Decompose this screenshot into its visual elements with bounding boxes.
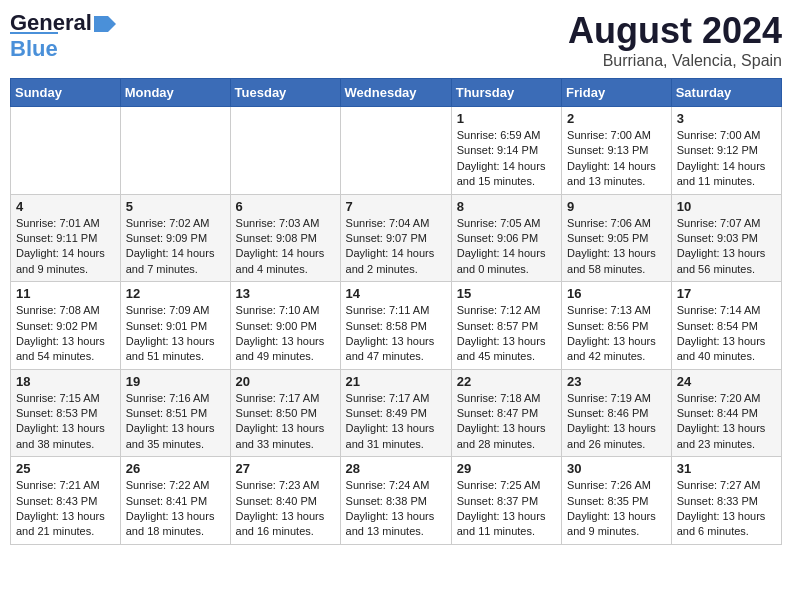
calendar-cell: 8Sunrise: 7:05 AM Sunset: 9:06 PM Daylig… <box>451 194 561 282</box>
cell-content: Sunrise: 7:14 AM Sunset: 8:54 PM Dayligh… <box>677 303 776 365</box>
logo-blue: Blue <box>10 32 58 61</box>
cell-content: Sunrise: 7:00 AM Sunset: 9:12 PM Dayligh… <box>677 128 776 190</box>
calendar-cell: 9Sunrise: 7:06 AM Sunset: 9:05 PM Daylig… <box>562 194 672 282</box>
day-number: 21 <box>346 374 446 389</box>
cell-content: Sunrise: 7:03 AM Sunset: 9:08 PM Dayligh… <box>236 216 335 278</box>
weekday-header-saturday: Saturday <box>671 79 781 107</box>
week-row-3: 11Sunrise: 7:08 AM Sunset: 9:02 PM Dayli… <box>11 282 782 370</box>
day-number: 22 <box>457 374 556 389</box>
calendar-cell: 22Sunrise: 7:18 AM Sunset: 8:47 PM Dayli… <box>451 369 561 457</box>
calendar-cell: 31Sunrise: 7:27 AM Sunset: 8:33 PM Dayli… <box>671 457 781 545</box>
cell-content: Sunrise: 7:07 AM Sunset: 9:03 PM Dayligh… <box>677 216 776 278</box>
calendar-title: August 2024 <box>568 10 782 52</box>
weekday-header-wednesday: Wednesday <box>340 79 451 107</box>
cell-content: Sunrise: 7:21 AM Sunset: 8:43 PM Dayligh… <box>16 478 115 540</box>
day-number: 17 <box>677 286 776 301</box>
cell-content: Sunrise: 7:19 AM Sunset: 8:46 PM Dayligh… <box>567 391 666 453</box>
cell-content: Sunrise: 7:20 AM Sunset: 8:44 PM Dayligh… <box>677 391 776 453</box>
calendar-cell: 26Sunrise: 7:22 AM Sunset: 8:41 PM Dayli… <box>120 457 230 545</box>
cell-content: Sunrise: 7:18 AM Sunset: 8:47 PM Dayligh… <box>457 391 556 453</box>
calendar-body: 1Sunrise: 6:59 AM Sunset: 9:14 PM Daylig… <box>11 107 782 545</box>
cell-content: Sunrise: 7:22 AM Sunset: 8:41 PM Dayligh… <box>126 478 225 540</box>
cell-content: Sunrise: 7:15 AM Sunset: 8:53 PM Dayligh… <box>16 391 115 453</box>
day-number: 27 <box>236 461 335 476</box>
weekday-header-tuesday: Tuesday <box>230 79 340 107</box>
weekday-header-sunday: Sunday <box>11 79 121 107</box>
calendar-cell: 11Sunrise: 7:08 AM Sunset: 9:02 PM Dayli… <box>11 282 121 370</box>
day-number: 16 <box>567 286 666 301</box>
day-number: 24 <box>677 374 776 389</box>
cell-content: Sunrise: 7:23 AM Sunset: 8:40 PM Dayligh… <box>236 478 335 540</box>
day-number: 4 <box>16 199 115 214</box>
weekday-header-monday: Monday <box>120 79 230 107</box>
day-number: 25 <box>16 461 115 476</box>
page-header: General Blue August 2024 Burriana, Valen… <box>10 10 782 70</box>
day-number: 29 <box>457 461 556 476</box>
calendar-cell: 5Sunrise: 7:02 AM Sunset: 9:09 PM Daylig… <box>120 194 230 282</box>
calendar-cell: 20Sunrise: 7:17 AM Sunset: 8:50 PM Dayli… <box>230 369 340 457</box>
cell-content: Sunrise: 7:10 AM Sunset: 9:00 PM Dayligh… <box>236 303 335 365</box>
cell-content: Sunrise: 7:02 AM Sunset: 9:09 PM Dayligh… <box>126 216 225 278</box>
day-number: 13 <box>236 286 335 301</box>
day-number: 15 <box>457 286 556 301</box>
calendar-cell <box>11 107 121 195</box>
logo: General Blue <box>10 10 116 62</box>
day-number: 14 <box>346 286 446 301</box>
day-number: 18 <box>16 374 115 389</box>
calendar-cell: 12Sunrise: 7:09 AM Sunset: 9:01 PM Dayli… <box>120 282 230 370</box>
cell-content: Sunrise: 7:24 AM Sunset: 8:38 PM Dayligh… <box>346 478 446 540</box>
day-number: 12 <box>126 286 225 301</box>
cell-content: Sunrise: 7:26 AM Sunset: 8:35 PM Dayligh… <box>567 478 666 540</box>
calendar-cell: 30Sunrise: 7:26 AM Sunset: 8:35 PM Dayli… <box>562 457 672 545</box>
day-number: 31 <box>677 461 776 476</box>
week-row-2: 4Sunrise: 7:01 AM Sunset: 9:11 PM Daylig… <box>11 194 782 282</box>
cell-content: Sunrise: 7:12 AM Sunset: 8:57 PM Dayligh… <box>457 303 556 365</box>
cell-content: Sunrise: 6:59 AM Sunset: 9:14 PM Dayligh… <box>457 128 556 190</box>
calendar-cell <box>120 107 230 195</box>
day-number: 2 <box>567 111 666 126</box>
weekday-header-thursday: Thursday <box>451 79 561 107</box>
day-number: 30 <box>567 461 666 476</box>
calendar-cell: 23Sunrise: 7:19 AM Sunset: 8:46 PM Dayli… <box>562 369 672 457</box>
calendar-cell: 15Sunrise: 7:12 AM Sunset: 8:57 PM Dayli… <box>451 282 561 370</box>
cell-content: Sunrise: 7:05 AM Sunset: 9:06 PM Dayligh… <box>457 216 556 278</box>
day-number: 11 <box>16 286 115 301</box>
calendar-subtitle: Burriana, Valencia, Spain <box>568 52 782 70</box>
day-number: 10 <box>677 199 776 214</box>
cell-content: Sunrise: 7:01 AM Sunset: 9:11 PM Dayligh… <box>16 216 115 278</box>
week-row-4: 18Sunrise: 7:15 AM Sunset: 8:53 PM Dayli… <box>11 369 782 457</box>
calendar-cell: 4Sunrise: 7:01 AM Sunset: 9:11 PM Daylig… <box>11 194 121 282</box>
calendar-cell: 10Sunrise: 7:07 AM Sunset: 9:03 PM Dayli… <box>671 194 781 282</box>
week-row-1: 1Sunrise: 6:59 AM Sunset: 9:14 PM Daylig… <box>11 107 782 195</box>
day-number: 20 <box>236 374 335 389</box>
calendar-cell: 3Sunrise: 7:00 AM Sunset: 9:12 PM Daylig… <box>671 107 781 195</box>
calendar-cell: 19Sunrise: 7:16 AM Sunset: 8:51 PM Dayli… <box>120 369 230 457</box>
calendar-cell: 13Sunrise: 7:10 AM Sunset: 9:00 PM Dayli… <box>230 282 340 370</box>
calendar-cell: 16Sunrise: 7:13 AM Sunset: 8:56 PM Dayli… <box>562 282 672 370</box>
week-row-5: 25Sunrise: 7:21 AM Sunset: 8:43 PM Dayli… <box>11 457 782 545</box>
day-number: 28 <box>346 461 446 476</box>
calendar-cell: 25Sunrise: 7:21 AM Sunset: 8:43 PM Dayli… <box>11 457 121 545</box>
day-number: 26 <box>126 461 225 476</box>
calendar-cell: 21Sunrise: 7:17 AM Sunset: 8:49 PM Dayli… <box>340 369 451 457</box>
calendar-table: SundayMondayTuesdayWednesdayThursdayFrid… <box>10 78 782 545</box>
weekday-header-row: SundayMondayTuesdayWednesdayThursdayFrid… <box>11 79 782 107</box>
cell-content: Sunrise: 7:27 AM Sunset: 8:33 PM Dayligh… <box>677 478 776 540</box>
calendar-cell: 14Sunrise: 7:11 AM Sunset: 8:58 PM Dayli… <box>340 282 451 370</box>
calendar-cell: 29Sunrise: 7:25 AM Sunset: 8:37 PM Dayli… <box>451 457 561 545</box>
cell-content: Sunrise: 7:16 AM Sunset: 8:51 PM Dayligh… <box>126 391 225 453</box>
cell-content: Sunrise: 7:11 AM Sunset: 8:58 PM Dayligh… <box>346 303 446 365</box>
calendar-cell: 6Sunrise: 7:03 AM Sunset: 9:08 PM Daylig… <box>230 194 340 282</box>
day-number: 7 <box>346 199 446 214</box>
cell-content: Sunrise: 7:17 AM Sunset: 8:50 PM Dayligh… <box>236 391 335 453</box>
cell-content: Sunrise: 7:09 AM Sunset: 9:01 PM Dayligh… <box>126 303 225 365</box>
day-number: 19 <box>126 374 225 389</box>
logo-arrow-icon <box>94 16 116 32</box>
cell-content: Sunrise: 7:13 AM Sunset: 8:56 PM Dayligh… <box>567 303 666 365</box>
day-number: 8 <box>457 199 556 214</box>
calendar-title-area: August 2024 Burriana, Valencia, Spain <box>568 10 782 70</box>
calendar-header: SundayMondayTuesdayWednesdayThursdayFrid… <box>11 79 782 107</box>
calendar-cell: 2Sunrise: 7:00 AM Sunset: 9:13 PM Daylig… <box>562 107 672 195</box>
cell-content: Sunrise: 7:25 AM Sunset: 8:37 PM Dayligh… <box>457 478 556 540</box>
calendar-cell: 17Sunrise: 7:14 AM Sunset: 8:54 PM Dayli… <box>671 282 781 370</box>
